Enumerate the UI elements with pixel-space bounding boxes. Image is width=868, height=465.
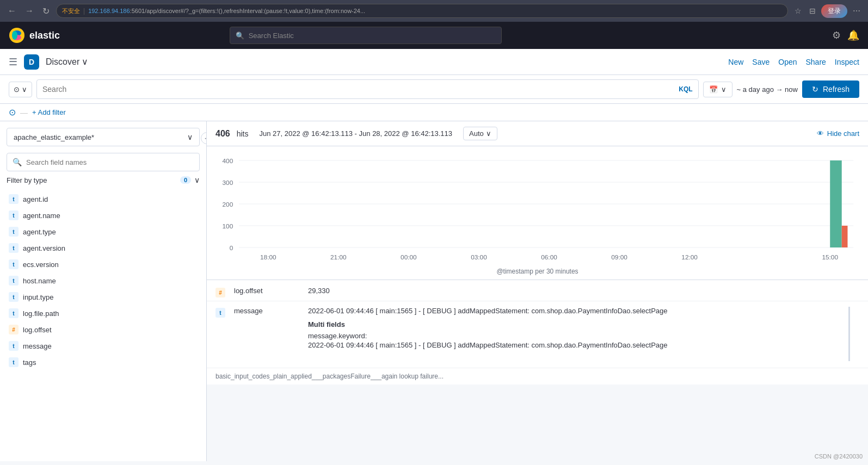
kql-badge[interactable]: KQL — [679, 85, 692, 93]
search-input[interactable] — [42, 85, 679, 94]
back-button[interactable]: ← — [5, 4, 19, 18]
elastic-search-bar[interactable]: 🔍 Search Elastic — [230, 27, 502, 44]
eye-icon: 👁 — [817, 129, 824, 138]
hide-chart-button[interactable]: 👁 Hide chart — [817, 129, 859, 138]
index-pattern-selector[interactable]: apache_elastic_example* ∨ — [7, 128, 200, 146]
svg-rect-14 — [830, 160, 842, 247]
add-filter-button[interactable]: + Add filter — [32, 108, 66, 116]
filter-type-icon: ⊙ — [14, 85, 20, 94]
field-search-icon: 🔍 — [13, 158, 22, 166]
elastic-logo-text: elastic — [29, 30, 60, 41]
field-type-text-icon: t — [9, 308, 19, 318]
chart-x-label: @timestamp per 30 minutes — [216, 268, 859, 275]
field-name: log.offset — [23, 326, 52, 334]
field-name: agent.id — [23, 195, 48, 203]
svg-text:21:00: 21:00 — [330, 254, 347, 261]
elastic-logo[interactable]: elastic — [9, 27, 60, 44]
url-bar[interactable]: 不安全 | 192.168.94.186:5601/app/discover#/… — [56, 4, 788, 18]
date-picker-button[interactable]: 📅 ∨ — [703, 82, 732, 97]
multi-field-keyword-value: 2022-06-01 09:44:46 [ main:1565 ] - [ DE… — [308, 341, 838, 349]
field-search-wrapper: 🔍 — [7, 153, 200, 171]
doc-table: # log.offset 29,330 t message 2022-06-01… — [207, 280, 868, 385]
field-item-log-offset[interactable]: # log.offset — [7, 321, 200, 338]
field-item-host-name[interactable]: t host.name — [7, 272, 200, 289]
share-button[interactable]: Share — [806, 58, 826, 66]
interval-chevron-icon: ∨ — [486, 129, 491, 138]
search-icon: 🔍 — [236, 32, 244, 40]
field-type-text-icon: t — [9, 341, 19, 351]
filter-type-chevron: ∨ — [194, 176, 200, 184]
refresh-button[interactable]: ↻ Refresh — [802, 80, 859, 98]
field-item-agent-type[interactable]: t agent.type — [7, 224, 200, 240]
field-item-agent-version[interactable]: t agent.version — [7, 240, 200, 256]
time-range-display: Jun 27, 2022 @ 16:42:13.113 - Jun 28, 20… — [260, 129, 453, 138]
field-name: agent.version — [23, 244, 65, 252]
refresh-label: Refresh — [823, 85, 849, 94]
svg-point-3 — [12, 31, 17, 40]
field-name: log.file.path — [23, 309, 59, 318]
elastic-header: elastic 🔍 Search Elastic ⚙ 🔔 — [0, 22, 868, 49]
field-value-log-offset: 29,330 — [308, 287, 840, 295]
app-title-chevron: ∨ — [82, 57, 88, 67]
hamburger-menu-button[interactable]: ☰ — [9, 56, 17, 68]
table-row: t message 2022-06-01 09:44:46 [ main:156… — [207, 301, 868, 368]
browser-star-btn[interactable]: ☆ — [792, 4, 804, 17]
field-item-agent-name[interactable]: t agent.name — [7, 207, 200, 224]
date-range-display: ~ a day ago → now — [737, 85, 798, 94]
open-button[interactable]: Open — [778, 58, 797, 66]
field-item-ecs-version[interactable]: t ecs.version — [7, 256, 200, 272]
browser-bookmark-btn[interactable]: ⊟ — [807, 4, 818, 17]
table-row: basic_input_codes_plain_applied___packag… — [207, 368, 868, 385]
search-type-button[interactable]: ⊙ ∨ — [9, 82, 32, 97]
forward-button[interactable]: → — [23, 4, 36, 18]
browser-chrome: ← → ↻ 不安全 | 192.168.94.186:5601/app/disc… — [0, 0, 868, 22]
url-separator: | — [83, 7, 85, 15]
save-button[interactable]: Save — [752, 58, 769, 66]
watermark: CSDN @2420030 — [815, 453, 863, 460]
filter-row: ⊙ — + Add filter — [0, 104, 868, 121]
browser-menu-btn[interactable]: ⋯ — [851, 4, 863, 17]
reload-button[interactable]: ↻ — [40, 4, 52, 18]
elastic-search-placeholder: Search Elastic — [249, 32, 294, 40]
field-type-text-icon: t — [9, 210, 19, 220]
index-pattern-chevron: ∨ — [187, 133, 193, 141]
hits-label: hits — [237, 129, 249, 138]
svg-text:09:00: 09:00 — [611, 254, 627, 261]
sidebar-collapse-button[interactable]: ← — [201, 132, 207, 144]
filter-icon-button[interactable]: ⊙ — [9, 107, 16, 117]
field-item-agent-id[interactable]: t agent.id — [7, 191, 200, 207]
app-title-text: Discover — [46, 57, 79, 67]
field-search-input[interactable] — [26, 158, 194, 166]
field-list: t agent.id t agent.name t agent.type t a… — [0, 191, 206, 370]
url-text: 192.168.94.186:5601/app/discover#/?_g=(f… — [88, 8, 365, 14]
elastic-logo-icon — [9, 27, 25, 44]
new-button[interactable]: New — [728, 58, 743, 66]
field-name: message — [23, 342, 52, 350]
field-type-text-icon: t — [9, 259, 19, 269]
field-item-tags[interactable]: t tags — [7, 354, 200, 370]
inspect-button[interactable]: Inspect — [835, 58, 859, 66]
field-name: host.name — [23, 277, 56, 285]
field-value-message: 2022-06-01 09:44:46 [ main:1565 ] - [ DE… — [308, 307, 838, 349]
field-type-number-icon: # — [216, 288, 225, 297]
field-item-message[interactable]: t message — [7, 338, 200, 354]
chevron-down-icon: ∨ — [721, 85, 727, 94]
field-item-log-file-path[interactable]: t log.file.path — [7, 305, 200, 321]
svg-text:300: 300 — [223, 179, 233, 186]
field-item-input-type[interactable]: t input.type — [7, 289, 200, 305]
chart-svg-wrapper: 400 300 200 100 0 18:00 — [216, 155, 859, 275]
hide-chart-label: Hide chart — [827, 129, 859, 138]
login-button[interactable]: 登录 — [821, 4, 847, 18]
settings-icon[interactable]: ⚙ — [832, 29, 841, 41]
search-row: ⊙ ∨ KQL 📅 ∨ ~ a day ago → now ↻ Refresh — [0, 75, 868, 104]
svg-text:03:00: 03:00 — [471, 254, 487, 261]
auto-interval-button[interactable]: Auto ∨ — [463, 127, 497, 140]
filter-type-chevron: ∨ — [22, 85, 27, 94]
app-title[interactable]: Discover ∨ — [46, 57, 88, 67]
main-content: ← apache_elastic_example* ∨ 🔍 Filter by … — [0, 121, 868, 461]
svg-text:15:00: 15:00 — [822, 254, 838, 261]
filter-separator: — — [20, 108, 28, 117]
notifications-icon[interactable]: 🔔 — [847, 29, 859, 41]
svg-text:100: 100 — [223, 223, 233, 230]
filter-type-count: 0 — [180, 176, 191, 184]
